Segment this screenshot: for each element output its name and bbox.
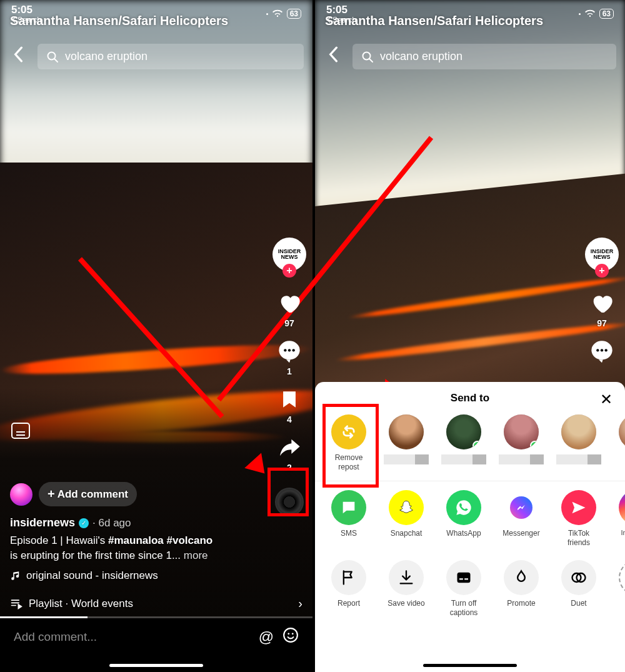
share-button[interactable]: 2 <box>276 434 302 473</box>
more-link[interactable]: more <box>184 549 208 561</box>
like-button[interactable]: 97 <box>276 290 302 328</box>
share-apps-row: SMS Snapchat WhatsApp Messenger <box>315 490 625 556</box>
search-text: volcano eruption <box>65 50 148 63</box>
report-button[interactable]: Report <box>326 560 371 618</box>
search-text: volcano eruption <box>380 50 462 63</box>
status-back-search[interactable]: Search <box>326 16 356 24</box>
share-messenger-button[interactable]: Messenger <box>499 490 544 548</box>
chevron-right-icon: › <box>298 596 302 611</box>
video-description[interactable]: Episode 1 | Hawaii's #maunaloa #volcano … <box>10 533 256 563</box>
svg-point-4 <box>292 349 295 351</box>
promote-icon <box>504 560 539 595</box>
turn-off-captions-button[interactable]: Turn off captions <box>441 560 486 618</box>
top-nav: volcano eruption <box>324 44 616 69</box>
share-instagram-button[interactable]: Instagram Direct <box>614 490 625 548</box>
comment-button[interactable]: 1 <box>276 338 302 376</box>
home-indicator[interactable] <box>109 664 203 667</box>
promote-button[interactable]: Promote <box>499 560 544 618</box>
video-info: +Add comment insidernews ✓ · 6d ago Epis… <box>10 482 256 591</box>
share-sms-button[interactable]: SMS <box>326 490 371 548</box>
battery-icon: 63 <box>287 9 301 19</box>
save-count: 4 <box>287 414 292 424</box>
svg-rect-14 <box>459 578 463 579</box>
save-button[interactable]: 4 <box>276 386 302 424</box>
status-bar: 5:05 Search 63 <box>0 0 312 28</box>
right-action-rail: INSIDER NEWS + 97 <box>585 238 619 364</box>
comment-button[interactable] <box>589 338 615 364</box>
stitch-button[interactable]: Stitch <box>614 560 625 618</box>
download-icon <box>389 560 424 595</box>
mention-icon[interactable]: @ <box>259 628 274 646</box>
svg-rect-15 <box>464 578 468 579</box>
share-snapchat-button[interactable]: Snapchat <box>384 490 429 548</box>
back-button[interactable] <box>9 46 28 67</box>
like-count: 97 <box>597 318 607 328</box>
tiktok-friends-icon <box>561 490 596 525</box>
svg-point-12 <box>605 349 608 351</box>
music-note-icon <box>10 570 21 581</box>
verified-badge-icon: ✓ <box>79 518 89 528</box>
signal-icon <box>579 13 581 15</box>
svg-point-0 <box>48 52 56 59</box>
svg-point-3 <box>288 349 291 351</box>
like-count: 97 <box>284 318 294 328</box>
home-indicator[interactable] <box>423 664 517 667</box>
wifi-icon <box>584 9 596 18</box>
svg-rect-13 <box>458 573 471 583</box>
right-screenshot: Samantha Hansen/Safari Helicopters 5:05 … <box>312 0 625 672</box>
search-icon <box>361 51 374 63</box>
playlist-row[interactable]: Playlist · World events › <box>10 596 302 611</box>
comment-icon <box>589 338 615 364</box>
svg-point-7 <box>292 633 294 634</box>
commenter-avatar[interactable] <box>10 483 32 506</box>
friend-avatar[interactable] <box>384 414 429 472</box>
status-back-search[interactable]: Search <box>11 16 41 24</box>
friend-avatar[interactable] <box>441 414 486 472</box>
search-icon <box>46 51 59 63</box>
status-time: 5:05 <box>11 4 32 15</box>
svg-point-6 <box>288 633 289 634</box>
status-bar: 5:05 Search 63 <box>315 0 625 28</box>
messenger-icon <box>504 490 539 525</box>
close-icon[interactable]: ✕ <box>600 391 612 408</box>
sound-row[interactable]: original sound - insidernews <box>10 569 256 582</box>
creator-avatar[interactable]: INSIDER NEWS + <box>585 238 619 271</box>
svg-point-11 <box>601 349 603 351</box>
battery-icon: 63 <box>599 9 614 19</box>
friend-avatar[interactable] <box>499 414 544 472</box>
friend-avatar[interactable] <box>556 414 601 472</box>
post-time: 6d ago <box>99 517 131 529</box>
captions-icon[interactable] <box>11 423 30 439</box>
follow-plus-icon[interactable]: + <box>595 264 609 278</box>
share-whatsapp-button[interactable]: WhatsApp <box>441 490 486 548</box>
svg-point-10 <box>596 349 599 351</box>
captions-off-icon <box>446 560 481 595</box>
annotation-highlight-share <box>268 468 309 516</box>
creator-avatar[interactable]: INSIDER NEWS + <box>272 238 306 271</box>
username[interactable]: insidernews <box>10 516 75 529</box>
report-icon <box>331 560 366 595</box>
emoji-icon[interactable] <box>282 627 299 647</box>
friend-avatar[interactable] <box>614 414 625 472</box>
status-time: 5:05 <box>326 4 348 15</box>
wifi-icon <box>272 9 283 18</box>
share-actions-row: Report Save video Turn off captions Prom… <box>315 556 625 626</box>
search-bar[interactable]: volcano eruption <box>352 44 616 69</box>
duet-button[interactable]: Duet <box>556 560 601 618</box>
sms-icon <box>331 490 366 525</box>
snapchat-icon <box>389 490 424 525</box>
stitch-icon <box>619 560 625 595</box>
back-button[interactable] <box>324 46 342 67</box>
svg-point-8 <box>363 52 371 59</box>
comment-count: 1 <box>287 366 292 376</box>
follow-plus-icon[interactable]: + <box>282 264 296 278</box>
heart-icon <box>276 290 302 316</box>
comment-input[interactable]: Add comment... <box>14 630 250 644</box>
search-bar[interactable]: volcano eruption <box>38 44 304 69</box>
bookmark-icon <box>276 386 302 413</box>
share-tiktok-friends-button[interactable]: TikTok friends <box>556 490 601 548</box>
share-title: Send to <box>451 392 489 404</box>
add-comment-pill[interactable]: +Add comment <box>39 482 137 506</box>
save-video-button[interactable]: Save video <box>384 560 429 618</box>
like-button[interactable]: 97 <box>589 290 615 328</box>
